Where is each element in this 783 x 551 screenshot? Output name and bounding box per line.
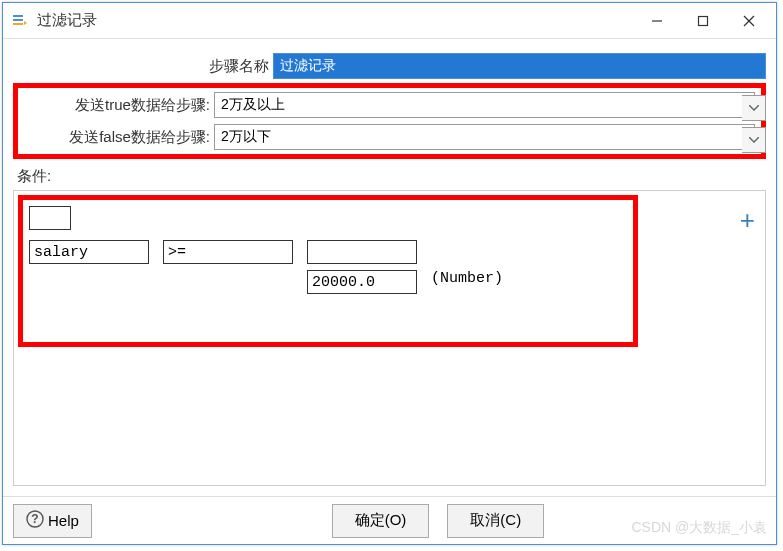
svg-text:?: ?: [31, 512, 38, 526]
step-name-row: 步骤名称: [13, 53, 766, 79]
dialog-window: 过滤记录 步骤名称 发送true数据给步骤:: [2, 2, 777, 545]
condition-marker-box[interactable]: [29, 206, 71, 230]
svg-rect-2: [13, 23, 23, 25]
condition-field-input[interactable]: [29, 240, 149, 264]
send-false-chevron-icon[interactable]: [742, 127, 766, 153]
condition-value-input[interactable]: [307, 270, 417, 294]
svg-rect-4: [699, 16, 708, 25]
help-icon: ?: [26, 510, 44, 531]
app-icon: [11, 12, 29, 30]
annotation-highlight-2: (Number): [18, 195, 638, 347]
maximize-button[interactable]: [680, 5, 726, 37]
send-true-chevron-icon[interactable]: [742, 95, 766, 121]
svg-rect-0: [13, 15, 23, 17]
watermark: CSDN @大数据_小袁: [631, 519, 767, 537]
minimize-button[interactable]: [634, 5, 680, 37]
window-title: 过滤记录: [37, 11, 634, 30]
conditions-panel: (Number) +: [13, 190, 766, 486]
add-condition-button[interactable]: +: [740, 205, 755, 236]
help-button[interactable]: ? Help: [13, 504, 92, 538]
ok-button[interactable]: 确定(O): [332, 504, 430, 538]
cancel-button[interactable]: 取消(C): [447, 504, 544, 538]
condition-operator-input[interactable]: [163, 240, 293, 264]
dialog-content: 步骤名称 发送true数据给步骤: 发送false数据给步骤:: [3, 39, 776, 496]
help-label: Help: [48, 512, 79, 529]
window-controls: [634, 5, 772, 37]
condition-row: (Number): [29, 240, 627, 294]
condition-value-top-input[interactable]: [307, 240, 417, 264]
condition-type-label: (Number): [431, 240, 503, 287]
step-name-input[interactable]: [273, 53, 766, 79]
titlebar: 过滤记录: [3, 3, 776, 39]
step-name-label: 步骤名称: [13, 57, 273, 76]
svg-rect-1: [13, 19, 23, 21]
close-button[interactable]: [726, 5, 772, 37]
conditions-label: 条件:: [17, 167, 766, 186]
